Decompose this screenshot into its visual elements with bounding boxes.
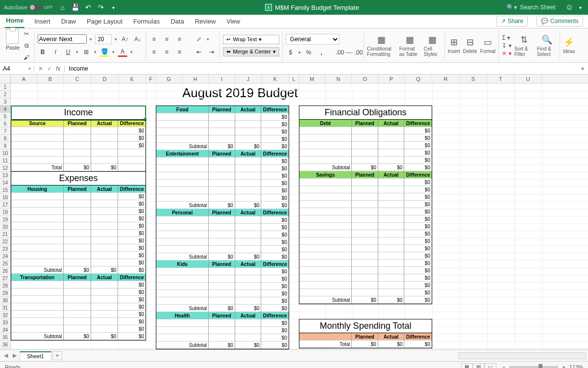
find-select-button[interactable]: 🔍Find & Select — [537, 34, 557, 57]
format-painter-icon[interactable]: 🖌 — [22, 53, 31, 62]
styles-icon: ▦ — [428, 34, 437, 45]
name-box[interactable]: A4▾ — [0, 65, 34, 72]
percent-icon[interactable]: % — [304, 48, 314, 57]
format-as-table-button[interactable]: ▦Format as Table — [399, 34, 421, 57]
zoom-in-icon[interactable]: + — [562, 364, 565, 368]
status-ready: Ready — [5, 364, 21, 368]
chevron-down-icon[interactable]: ▾ — [576, 3, 584, 11]
fx-icon[interactable]: fx — [56, 65, 60, 72]
next-sheet-icon[interactable]: ▶ — [11, 352, 19, 359]
decrease-indent-icon[interactable]: ⇤ — [194, 47, 204, 57]
accept-formula-icon[interactable]: ✓ — [47, 65, 52, 72]
cond-format-icon: ▦ — [377, 34, 386, 45]
tab-home[interactable]: Home — [5, 14, 24, 28]
font-color-icon[interactable]: A — [118, 47, 127, 57]
paste-icon[interactable] — [6, 29, 19, 44]
decrease-decimal-icon[interactable]: ←.00 — [351, 48, 361, 57]
merge-center-button[interactable]: ⬌Merge & Center ▾ — [223, 47, 279, 56]
tab-view[interactable]: View — [225, 15, 241, 28]
save-icon[interactable]: 💾 — [72, 3, 79, 11]
comma-icon[interactable]: , — [317, 48, 326, 57]
increase-indent-icon[interactable]: ⇥ — [207, 47, 217, 57]
align-bottom-icon[interactable]: ≡ — [174, 34, 184, 44]
autosave-toggle[interactable]: AutoSave OFF — [4, 4, 53, 10]
autosum-icon[interactable]: Σ ▾ — [502, 34, 511, 41]
align-center-icon[interactable]: ≡ — [162, 47, 172, 57]
merge-icon: ⬌ — [226, 49, 231, 55]
autosave-switch[interactable] — [29, 4, 42, 10]
increase-font-icon[interactable]: A↑ — [120, 34, 130, 44]
font-name-select[interactable] — [38, 34, 87, 44]
align-top-icon[interactable]: ≡ — [149, 34, 159, 44]
cells-area[interactable]: August 2019 Budget IncomeSourcePlannedAc… — [11, 83, 588, 349]
share-button[interactable]: ↗Share — [496, 16, 528, 26]
sheet-tab-1[interactable]: Sheet1 — [20, 351, 51, 360]
fill-color-icon[interactable]: 🪣 — [99, 47, 109, 57]
excel-doc-icon: x — [265, 4, 272, 11]
feedback-icon[interactable]: ☺ — [565, 3, 573, 12]
cut-icon[interactable]: ✂ — [22, 29, 31, 39]
view-normal-icon[interactable]: ▦ — [461, 363, 473, 368]
bold-button[interactable]: B — [38, 47, 48, 57]
copy-icon[interactable]: ⧉ — [22, 41, 31, 51]
tab-formulas[interactable]: Formulas — [132, 15, 161, 28]
orientation-icon[interactable]: ⤢ — [194, 34, 204, 44]
sort-filter-button[interactable]: ⇅Sort & Filter — [514, 34, 534, 57]
tab-draw[interactable]: Draw — [60, 15, 77, 28]
zoom-level[interactable]: 113% — [569, 364, 583, 368]
underline-button[interactable]: U — [63, 47, 73, 57]
tab-insert[interactable]: Insert — [33, 15, 51, 28]
zoom-out-icon[interactable]: − — [502, 364, 505, 368]
delete-icon: ⊟ — [466, 37, 474, 48]
align-middle-icon[interactable]: ≡ — [162, 34, 172, 44]
currency-icon[interactable]: $ — [286, 48, 295, 57]
autosave-label: AutoSave — [4, 4, 27, 10]
view-page-layout-icon[interactable]: ▤ — [473, 363, 485, 368]
home-icon[interactable]: ⌂ — [59, 3, 67, 11]
horizontal-scrollbar[interactable] — [459, 352, 586, 359]
ideas-icon: ⚡ — [564, 37, 574, 48]
insert-icon: ⊞ — [450, 37, 458, 48]
decrease-font-icon[interactable]: A↓ — [133, 34, 143, 44]
prev-sheet-icon[interactable]: ◀ — [2, 352, 10, 359]
align-right-icon[interactable]: ≡ — [174, 47, 184, 57]
view-page-break-icon[interactable]: ▭ — [485, 363, 496, 368]
wrap-text-button[interactable]: ↵Wrap Text ▾ — [223, 35, 279, 44]
format-cells-button[interactable]: ▭Format — [480, 37, 496, 54]
ideas-button[interactable]: ⚡Ideas — [563, 37, 575, 54]
redo-icon[interactable]: ↷ — [97, 3, 105, 11]
tab-page-layout[interactable]: Page Layout — [86, 15, 123, 28]
font-size-input[interactable] — [95, 34, 112, 44]
undo-icon[interactable]: ↶ — [84, 3, 92, 11]
search-sheet[interactable]: 🔍▾ Search Sheet — [507, 4, 556, 11]
format-icon: ▭ — [484, 37, 492, 48]
table-icon: ▦ — [406, 34, 414, 45]
tab-review[interactable]: Review — [194, 15, 217, 28]
border-icon[interactable]: ⊞ — [81, 47, 91, 57]
insert-cells-button[interactable]: ⊞Insert — [448, 37, 460, 54]
qat-dropdown-icon[interactable]: ▾ — [110, 3, 118, 11]
fill-icon[interactable]: ↧ ▾ — [502, 42, 511, 49]
cell-styles-button[interactable]: ▦Cell Styles — [424, 34, 441, 57]
row-headers[interactable]: 1234567891011121314151617181920212223242… — [0, 75, 11, 349]
search-icon: 🔍▾ — [507, 4, 517, 11]
share-icon: ↗ — [501, 18, 506, 25]
add-sheet-button[interactable]: + — [52, 351, 62, 360]
comments-button[interactable]: 💬Comments — [537, 16, 583, 26]
tab-data[interactable]: Data — [170, 15, 185, 28]
comment-icon: 💬 — [541, 18, 548, 25]
column-headers[interactable]: ABCDEFGHIJKLMNOPQRSTU — [11, 75, 588, 83]
cancel-formula-icon[interactable]: ✕ — [38, 65, 43, 72]
italic-button[interactable]: I — [50, 47, 60, 57]
number-format-select[interactable]: General — [286, 34, 340, 45]
align-left-icon[interactable]: ≡ — [149, 47, 159, 57]
increase-decimal-icon[interactable]: .00→ — [338, 48, 348, 57]
clear-icon[interactable]: ✕ ▾ — [502, 50, 511, 57]
document-title: M$M Family Budget Template — [275, 4, 359, 11]
find-icon: 🔍 — [541, 34, 552, 45]
conditional-formatting-button[interactable]: ▦Conditional Formatting — [367, 34, 396, 57]
formula-input[interactable]: Income — [65, 65, 577, 72]
delete-cells-button[interactable]: ⊟Delete — [463, 37, 477, 54]
expand-formula-bar-icon[interactable]: ▾ — [577, 65, 588, 72]
zoom-slider[interactable] — [509, 366, 558, 368]
